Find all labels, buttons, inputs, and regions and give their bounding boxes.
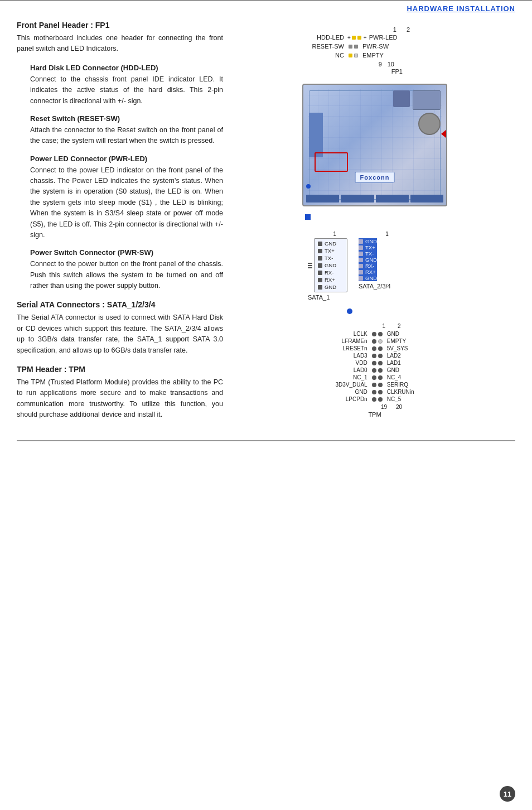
sata234-row-gnd3: GND bbox=[359, 275, 377, 281]
tpm-right-5vsys: 5V_SYS bbox=[385, 345, 417, 352]
page-content: Front Panel Header : FP1 This motherboar… bbox=[0, 15, 532, 440]
sata1-row-gnd2: GND bbox=[318, 262, 344, 268]
fp1-plus1: + bbox=[347, 35, 351, 41]
tpm-right-gnd: GND bbox=[385, 330, 417, 338]
reset-sw-title: Reset Switch (RESET-SW) bbox=[30, 114, 223, 123]
tpm-left-vdd: VDD bbox=[333, 359, 369, 367]
sata1-row-txp: TX+ bbox=[318, 248, 344, 254]
hdd-led-title: Hard Disk LED Connector (HDD-LED) bbox=[30, 64, 223, 72]
fp1-col2-num: 2 bbox=[407, 26, 410, 33]
sata234-row-rxp: RX+ bbox=[359, 269, 377, 275]
sata1-row-rxp: RX+ bbox=[318, 277, 344, 283]
sata234-row-txm: TX- bbox=[359, 250, 377, 257]
sata1-name: SATA_1 bbox=[308, 294, 330, 301]
tpm-diagram: 1 2 LCLK GND LFRAMEn EMPTY bbox=[302, 323, 447, 418]
tpm-left-3d3v: 3D3V_DUAL bbox=[333, 381, 369, 388]
nc-label: NC bbox=[299, 52, 344, 59]
tpm-row-7: NC_1 NC_4 bbox=[333, 374, 416, 381]
tpm-body: The TPM (Trusted Platform Module) provid… bbox=[17, 377, 223, 421]
pwr-sw-body: Connect to the power button on the front… bbox=[30, 259, 223, 291]
fp1-pin-nc1 bbox=[349, 54, 352, 57]
tpm-row-4: LAD3 LAD2 bbox=[333, 352, 416, 359]
sata-title: Serial ATA Connectors : SATA_1/2/3/4 bbox=[17, 300, 223, 309]
front-panel-title: Front Panel Header : FP1 bbox=[17, 21, 223, 30]
empty-label: EMPTY bbox=[362, 52, 384, 59]
hdd-led-body: Connect to the chassis front panel IDE i… bbox=[30, 74, 223, 107]
right-column: 1 2 HDD-LED + + PWR-LED RESET-SW bbox=[234, 21, 515, 429]
reset-sw-label: RESET-SW bbox=[299, 43, 344, 50]
page-header: HARDWARE INSTALLATION bbox=[0, 0, 532, 15]
sata-diagram: 1 GND TX+ TX- GND RX- bbox=[302, 231, 447, 301]
pwr-led-title: Power LED Connector (PWR-LED) bbox=[30, 155, 223, 163]
tpm-left-lclk: LCLK bbox=[333, 330, 369, 338]
fp1-pin-reset2 bbox=[354, 45, 358, 49]
front-panel-section: Front Panel Header : FP1 This motherboar… bbox=[17, 21, 223, 291]
fp1-pin-hdd1 bbox=[352, 36, 356, 40]
pwr-led-body: Connect to the power LED indicator on th… bbox=[30, 165, 223, 241]
tpm-left-lframen: LFRAMEn bbox=[333, 338, 369, 345]
tpm-row-10: LPCPDn NC_5 bbox=[333, 396, 416, 403]
sata-body: The Serial ATA connector is used to conn… bbox=[17, 312, 223, 356]
pwr-sw-title: Power Switch Connector (PWR-SW) bbox=[30, 248, 223, 257]
tpm-right-gnd2: GND bbox=[385, 367, 417, 374]
tpm-right-lad2: LAD2 bbox=[385, 352, 417, 359]
pwr-led-label: PWR-LED bbox=[369, 34, 398, 41]
motherboard-image: Foxconn bbox=[302, 84, 447, 206]
tpm-right-lad1: LAD1 bbox=[385, 359, 417, 367]
tpm-left-nc1: NC_1 bbox=[333, 374, 369, 381]
left-column: Front Panel Header : FP1 This motherboar… bbox=[17, 21, 223, 429]
tpm-left-lresetn: LRESETn bbox=[333, 345, 369, 352]
tpm-left-gnd: GND bbox=[333, 388, 369, 396]
tpm-row-5: VDD LAD1 bbox=[333, 359, 416, 367]
sata1-row-txm: TX- bbox=[318, 255, 344, 261]
sata234-row-gnd: GND bbox=[359, 238, 377, 244]
foxconn-brand-label: Foxconn bbox=[355, 172, 395, 183]
tpm-left-lad0: LAD0 bbox=[333, 367, 369, 374]
fp1-plus2: + bbox=[364, 35, 367, 41]
tpm-row-2: LFRAMEn EMPTY bbox=[333, 338, 416, 345]
fp1-col1-num: 1 bbox=[393, 26, 396, 33]
sata1-block: GND TX+ TX- GND RX- RX+ GND bbox=[314, 238, 347, 292]
tpm-connector-name: TPM bbox=[368, 411, 381, 418]
tpm-left-lpcpdn: LPCPDn bbox=[333, 396, 369, 403]
tpm-pin19: 19 bbox=[381, 404, 387, 410]
reset-sw-body: Attach the connector to the Reset switch… bbox=[30, 125, 223, 147]
tpm-row-8: 3D3V_DUAL SERIRQ bbox=[333, 381, 416, 388]
tpm-pin20: 20 bbox=[396, 404, 402, 410]
tpm-right-empty: EMPTY bbox=[385, 338, 417, 345]
tpm-pin-table: LCLK GND LFRAMEn EMPTY LRESETn 5V_SYS bbox=[333, 330, 416, 403]
page-number: 11 bbox=[500, 786, 515, 802]
sata-section: Serial ATA Connectors : SATA_1/2/3/4 The… bbox=[17, 300, 223, 356]
sata1-row-rxm: RX- bbox=[318, 269, 344, 276]
hdd-led-label: HDD-LED bbox=[299, 34, 344, 41]
header-title: HARDWARE INSTALLATION bbox=[407, 4, 515, 13]
sata234-name: SATA_2/3/4 bbox=[359, 283, 391, 290]
pwr-sw-label: PWR-SW bbox=[362, 43, 389, 50]
sata234-row-gnd2: GND bbox=[359, 257, 377, 263]
fp1-diagram-container: 1 2 HDD-LED + + PWR-LED RESET-SW bbox=[299, 26, 450, 78]
tpm-title: TPM Header : TPM bbox=[17, 365, 223, 374]
fp1-pin-nc2 bbox=[354, 54, 358, 57]
sata234-connector: 1 GND TX+ TX- GND RX- RX+ GND SATA_2/3/4 bbox=[359, 231, 391, 290]
fp1-row9: 9 bbox=[379, 61, 382, 68]
fp1-pin-reset1 bbox=[349, 45, 352, 49]
tpm-row-6: LAD0 GND bbox=[333, 367, 416, 374]
sata1-connector: 1 GND TX+ TX- GND RX- bbox=[308, 231, 347, 301]
tpm-right-nc4: NC_4 bbox=[385, 374, 417, 381]
tpm-section: TPM Header : TPM The TPM (Trusted Platfo… bbox=[17, 365, 223, 421]
tpm-row-9: GND CLKRUNin bbox=[333, 388, 416, 396]
tpm-right-clkrunin: CLKRUNin bbox=[385, 388, 417, 396]
sata234-row-rxm: RX- bbox=[359, 263, 377, 269]
sata1-row-gnd3: GND bbox=[318, 284, 344, 290]
fp1-connector-name: FP1 bbox=[391, 68, 403, 75]
mb-red-highlight bbox=[315, 152, 348, 172]
front-panel-intro: This motherboard includes one header for… bbox=[17, 33, 223, 55]
tpm-right-serirq: SERIRQ bbox=[385, 381, 417, 388]
sata234-row-txp: TX+ bbox=[359, 244, 377, 250]
tpm-col2: 2 bbox=[398, 323, 401, 329]
bottom-border bbox=[17, 440, 515, 441]
tpm-row-1: LCLK GND bbox=[333, 330, 416, 338]
fp1-pin-hdd2 bbox=[357, 36, 361, 40]
tpm-left-lad3: LAD3 bbox=[333, 352, 369, 359]
tpm-right-nc5: NC_5 bbox=[385, 396, 417, 403]
